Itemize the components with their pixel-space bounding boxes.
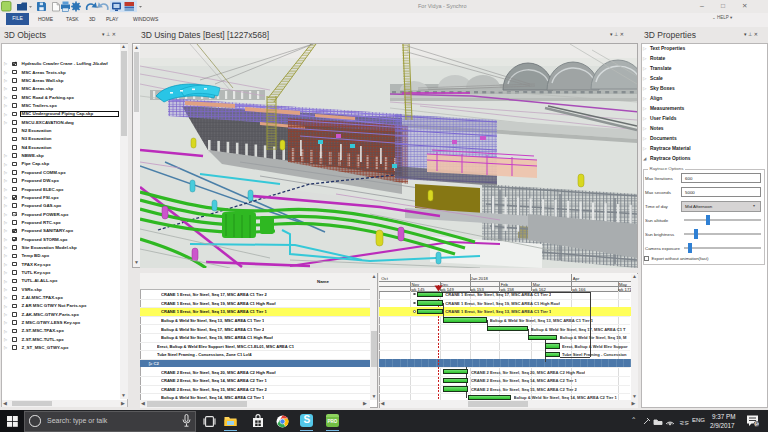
svg-text:6: 6	[755, 421, 758, 427]
svg-text:⋜⋝: ⋜⋝	[679, 420, 689, 426]
